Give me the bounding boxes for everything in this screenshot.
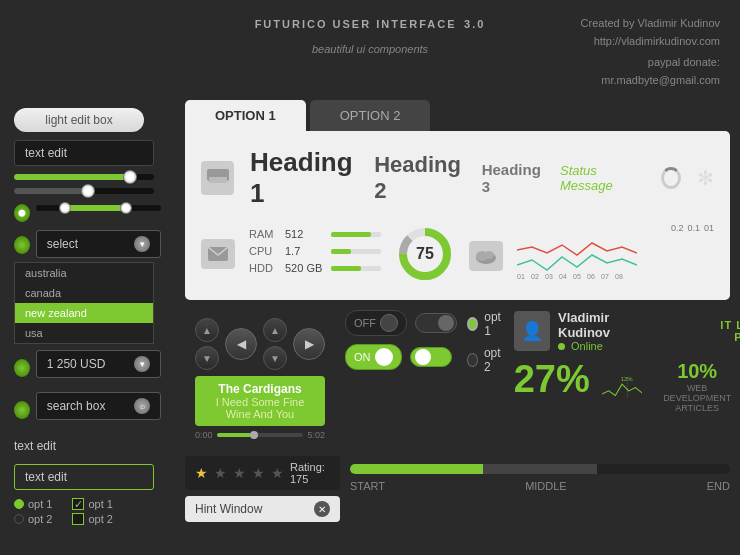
cpu-label: CPU [249, 245, 279, 257]
amount-row: 1 250 USD ▾ [14, 350, 161, 386]
opt-section: opt 1 opt 2 [467, 310, 504, 448]
select-dropdown[interactable]: select ▾ [36, 230, 161, 258]
dropdown-item-canada[interactable]: canada [15, 283, 153, 303]
toggle-off-knob [380, 314, 398, 332]
toggle2-off-knob [438, 315, 454, 331]
spinner-icon [661, 167, 681, 189]
music-progress-bar[interactable]: 0:00 5:02 [195, 430, 325, 440]
track-title: I Need Some Fine Wine And You [205, 396, 315, 420]
dropdown-list: australia canada new zealand usa [14, 262, 154, 344]
cpu-value: 1.7 [285, 245, 325, 257]
amount-label: 1 250 USD [47, 357, 106, 371]
credit-line1: Created by Vladimir Kudinov [581, 15, 720, 33]
arrow-center-down[interactable]: ▼ [263, 346, 287, 370]
opt-row2[interactable]: opt 2 [467, 346, 504, 374]
arrow-down-icon[interactable]: ▼ [195, 346, 219, 370]
opt1-radio[interactable]: opt 1 [14, 498, 52, 510]
small-stats: 10% WEB DEVELOPMENT ARTICLES 15% GADJET … [654, 360, 740, 413]
hdd-value: 520 GB [285, 262, 325, 274]
slider-green[interactable] [14, 174, 161, 180]
text-edit-outlined[interactable]: text edit [14, 464, 154, 490]
svg-text:03: 03 [545, 273, 553, 280]
profile-stats-area: 👤 Vladimir Kudinov Online IT LEARNING PR… [514, 310, 740, 448]
sun-icon: ✻ [697, 166, 714, 190]
amount-icon [14, 359, 30, 377]
toggle2-off[interactable] [415, 313, 457, 333]
profile-info: Vladimir Kudinov Online [558, 310, 655, 352]
opt4-label: opt 2 [88, 513, 112, 525]
search-label: search box [47, 399, 106, 413]
text-edit-plain[interactable]: text edit [14, 434, 154, 458]
opt1a-label: opt 1 [484, 310, 503, 338]
svg-point-8 [484, 251, 494, 259]
profile-status-row: Online [558, 340, 655, 352]
dropdown-item-usa[interactable]: usa [15, 323, 153, 343]
hint-window: Hint Window ✕ [185, 496, 340, 522]
arrow-up-icon[interactable]: ▲ [195, 318, 219, 342]
main-area: OPTION 1 OPTION 2 Heading 1 Heading 2 He… [185, 100, 730, 545]
track-artist: The Cardigans [205, 382, 315, 396]
progress-thumb[interactable] [250, 431, 258, 439]
rating-bar[interactable]: ★ ★ ★ ★ ★ Rating: 175 [185, 456, 340, 490]
toggle-section: OFF ON [345, 310, 457, 448]
main-percent: 27% [514, 360, 590, 398]
donut-chart: 75 [395, 224, 455, 284]
arrow-up-down: ▲ ▼ [195, 318, 219, 370]
stats-row: RAM 512 CPU 1.7 HDD 520 GB [201, 223, 714, 284]
tab-option1[interactable]: OPTION 1 [185, 100, 306, 131]
toggle2-on[interactable] [410, 347, 452, 367]
stats-display: 27% 12% 10% WEB DEVELOPMENT ARTICLES 15% [514, 360, 740, 413]
light-edit-box[interactable]: light edit box [14, 108, 144, 132]
track-info: The Cardigans I Need Some Fine Wine And … [195, 376, 325, 426]
close-hint-button[interactable]: ✕ [314, 501, 330, 517]
progress-track[interactable] [217, 433, 304, 437]
arrow-center-up[interactable]: ▲ [263, 318, 287, 342]
credit-email: mr.madbyte@gmail.com [581, 72, 720, 90]
search-input[interactable]: search box ⌕ [36, 392, 161, 420]
credit-block: Created by Vladimir Kudinov http://vladi… [581, 15, 720, 89]
checkbox-filled: ✓ [72, 498, 84, 510]
progress-fill-mid [483, 464, 597, 474]
dual-range-slider[interactable] [36, 205, 161, 211]
dropdown-item-australia[interactable]: australia [15, 263, 153, 283]
end-label: END [707, 480, 730, 492]
select-arrow-icon[interactable]: ▾ [134, 236, 150, 252]
star5: ★ [271, 465, 284, 481]
status-message: Status Message [560, 163, 641, 193]
toggle-on-switch[interactable]: ON [345, 344, 402, 370]
progress-bar-full[interactable] [350, 464, 730, 474]
arrow-center: ▲ ▼ [263, 318, 287, 370]
heading3: Heading 3 [482, 161, 544, 195]
toggle-off-row: OFF [345, 310, 457, 336]
system-stats: RAM 512 CPU 1.7 HDD 520 GB [249, 228, 381, 279]
amount-arrow-icon[interactable]: ▾ [134, 356, 150, 372]
bottom-panels: ▲ ▼ ◀ ▲ ▼ ▶ The Cardigans I Need Some Fi… [185, 310, 730, 448]
svg-text:01: 01 [517, 273, 525, 280]
opt3-checkbox[interactable]: ✓ opt 1 [72, 498, 112, 510]
cpu-stat: CPU 1.7 [249, 245, 381, 257]
opt1-label: opt 1 [28, 498, 52, 510]
search-arrow-icon[interactable]: ⌕ [134, 398, 150, 414]
checkbox-empty [72, 513, 84, 525]
headings-row: Heading 1 Heading 2 Heading 3 Status Mes… [201, 147, 714, 209]
text-edit-input[interactable]: text edit [14, 140, 154, 166]
slider-gray[interactable] [14, 188, 161, 194]
toggle-off-switch[interactable]: OFF [345, 310, 407, 336]
opt4-checkbox[interactable]: opt 2 [72, 513, 112, 525]
opt2a-label: opt 2 [484, 346, 504, 374]
svg-text:05: 05 [573, 273, 581, 280]
mail-icon [201, 239, 235, 269]
arrow-right-icon[interactable]: ▶ [293, 328, 325, 360]
it-projects-text: IT LEARNING PROJECTS [663, 319, 740, 343]
amount-input[interactable]: 1 250 USD ▾ [36, 350, 161, 378]
opt2-radio[interactable]: opt 2 [14, 513, 52, 525]
inbox-icon [201, 161, 234, 195]
select-label: select [47, 237, 78, 251]
heading2: Heading 2 [374, 152, 465, 204]
opt2-label: opt 2 [28, 513, 52, 525]
nav-arrows: ▲ ▼ ◀ ▲ ▼ ▶ [195, 318, 325, 370]
dropdown-item-newzealand[interactable]: new zealand [15, 303, 153, 323]
opt-row1[interactable]: opt 1 [467, 310, 504, 338]
arrow-left-icon[interactable]: ◀ [225, 328, 257, 360]
tab-option2[interactable]: OPTION 2 [310, 100, 431, 131]
